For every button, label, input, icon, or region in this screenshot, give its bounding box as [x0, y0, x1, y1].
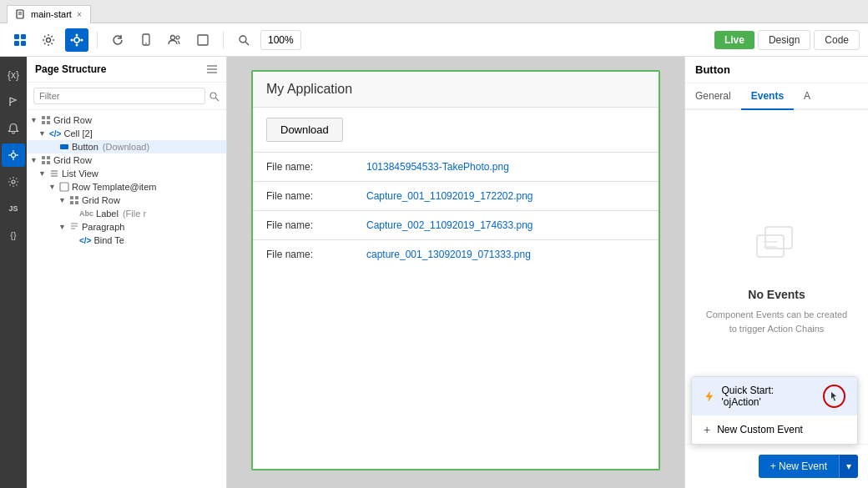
toolbar-separator2: [223, 32, 224, 48]
svg-rect-57: [765, 227, 792, 249]
main-start-tab[interactable]: main-start ×: [7, 5, 91, 23]
dropdown-item-quickstart-label: Quick Start: 'ojAction': [722, 385, 813, 408]
file-value: Capture_002_11092019_174633.png: [366, 219, 533, 231]
tree-item-gridrow3[interactable]: ▼ Grid Row: [27, 194, 226, 207]
svg-rect-4: [21, 34, 26, 39]
file-value: 1013845954533-TakePhoto.png: [366, 161, 509, 173]
tree-arrow: ▼: [58, 196, 67, 204]
sidebar-variables-icon[interactable]: {x}: [2, 63, 25, 87]
sidebar-gear-icon[interactable]: [2, 170, 25, 194]
page-structure-panel: Page Structure ▼ Grid Row ▼ </> Cell [2]: [27, 57, 227, 488]
sidebar-js-icon[interactable]: JS: [2, 197, 25, 220]
tree-item-label[interactable]: Abc Label (File r: [27, 207, 226, 220]
filter-input[interactable]: [33, 88, 205, 104]
frame-icon[interactable]: [191, 28, 214, 52]
download-button[interactable]: Download: [266, 118, 343, 142]
svg-point-25: [12, 153, 16, 158]
svg-rect-52: [75, 201, 78, 204]
new-event-arrow-button[interactable]: ▾: [839, 455, 858, 478]
grid-icon3: [69, 195, 79, 205]
live-button[interactable]: Live: [714, 31, 754, 49]
svg-rect-3: [14, 34, 19, 39]
canvas-area: My Application Download File name: 10138…: [227, 57, 684, 488]
file-label: File name:: [266, 249, 366, 260]
zoom-button[interactable]: 100%: [260, 30, 301, 50]
svg-line-35: [215, 98, 219, 101]
svg-point-19: [171, 35, 175, 39]
right-panel-title: Button: [685, 57, 868, 83]
tree-item-gridrow2[interactable]: ▼ Grid Row: [27, 153, 226, 167]
svg-point-22: [240, 36, 246, 43]
file-row-2: File name: Capture_001_11092019_172202.p…: [253, 181, 659, 210]
no-events-icon: [750, 219, 804, 274]
tab-events[interactable]: Events: [741, 83, 794, 110]
tab-close-icon[interactable]: ×: [77, 10, 82, 19]
svg-rect-5: [14, 41, 19, 46]
svg-rect-48: [60, 183, 68, 191]
svg-point-8: [74, 38, 79, 43]
svg-point-12: [81, 38, 83, 41]
tree-arrow: ▼: [48, 183, 57, 191]
users-icon[interactable]: [163, 28, 186, 52]
dropdown-item-newcustom-label: New Custom Event: [717, 424, 803, 435]
search-icon: [209, 91, 220, 102]
tab-a[interactable]: A: [794, 83, 820, 108]
tree-label: Label: [96, 209, 119, 219]
svg-text:{x}: {x}: [8, 69, 19, 81]
dropdown-item-quickstart[interactable]: Quick Start: 'ojAction': [692, 377, 857, 415]
svg-point-9: [76, 33, 78, 36]
tab-general[interactable]: General: [685, 83, 741, 108]
tree-sublabel: (File r: [123, 209, 146, 219]
right-panel: Button General Events A No Events Compon…: [684, 57, 868, 488]
tree-item-rowtemplate[interactable]: ▼ Row Template@item: [27, 180, 226, 194]
phone-icon[interactable]: [134, 28, 158, 52]
code-button[interactable]: Code: [814, 30, 860, 50]
tree-item-bindtext[interactable]: </> Bind Te: [27, 234, 226, 247]
sidebar-braces-icon[interactable]: {}: [2, 224, 25, 247]
svg-rect-42: [47, 156, 50, 159]
component-icon[interactable]: [8, 28, 32, 52]
refresh-icon[interactable]: [106, 28, 129, 52]
sidebar-bell-icon[interactable]: [2, 117, 25, 140]
svg-rect-37: [47, 116, 50, 119]
file-row-3: File name: Capture_002_11092019_174633.p…: [253, 210, 659, 239]
grid-icon2: [41, 155, 51, 165]
tree-label: Button: [72, 142, 98, 152]
zoom-icon: [232, 28, 255, 52]
new-event-button[interactable]: + New Event: [759, 455, 839, 478]
tree-item-listview[interactable]: ▼ List View: [27, 167, 226, 180]
tree-arrow: [48, 143, 57, 151]
tree-arrow: ▼: [58, 223, 67, 231]
tab-bar: main-start ×: [0, 0, 868, 23]
design-button[interactable]: Design: [758, 30, 810, 50]
tree-label: Row Template@item: [72, 182, 156, 192]
svg-point-18: [145, 43, 147, 44]
tree-item-gridrow1[interactable]: ▼ Grid Row: [27, 113, 226, 127]
tree-arrow: ▼: [38, 169, 47, 178]
plus-icon: +: [704, 423, 710, 436]
svg-point-7: [47, 38, 51, 42]
main-layout: {x} JS {} Page Structure: [0, 57, 868, 488]
settings-icon[interactable]: [37, 28, 60, 52]
svg-rect-44: [47, 161, 50, 164]
tree-item-button-download[interactable]: Button (Download): [27, 140, 226, 153]
dropdown-item-newcustom[interactable]: + New Custom Event: [692, 415, 857, 444]
grid-icon: [41, 115, 51, 125]
network-icon[interactable]: [65, 28, 88, 52]
tree-item-cell2[interactable]: ▼ </> Cell [2]: [27, 127, 226, 140]
tree-label: Cell [2]: [63, 128, 92, 138]
dropdown-menu: Quick Start: 'ojAction' + New Custom Eve…: [691, 376, 858, 445]
sidebar-network-icon[interactable]: [2, 143, 25, 167]
tree-arrow: ▼: [30, 156, 38, 164]
tree-arrow: [68, 236, 77, 244]
tree-item-paragraph[interactable]: ▼ Paragraph: [27, 220, 226, 234]
file-label: File name:: [266, 161, 366, 173]
toolbar: 100% Live Design Code: [0, 23, 868, 57]
file-row-1: File name: 1013845954533-TakePhoto.png: [253, 152, 659, 181]
tree-arrow: ▼: [38, 129, 47, 138]
file-table: File name: 1013845954533-TakePhoto.png F…: [253, 152, 659, 269]
menu-icon[interactable]: [206, 63, 218, 75]
svg-rect-38: [42, 121, 45, 124]
right-panel-tabs: General Events A: [685, 83, 868, 110]
sidebar-flag-icon[interactable]: [2, 90, 25, 113]
